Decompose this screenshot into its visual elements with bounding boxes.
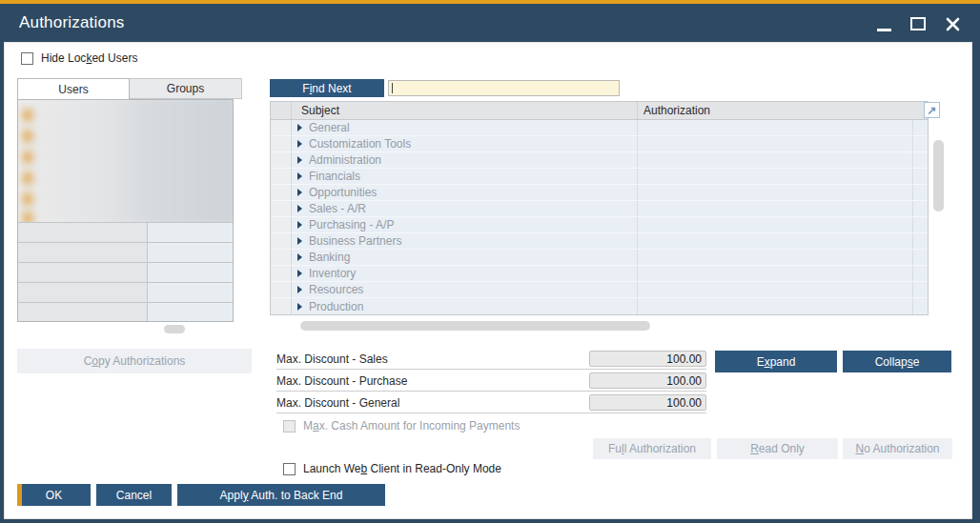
table-row-inventory[interactable]: Inventory xyxy=(271,266,928,282)
table-row-general[interactable]: General xyxy=(271,120,928,136)
authorization-cell[interactable] xyxy=(638,201,913,216)
table-row-business-partners[interactable]: Business Partners xyxy=(271,233,928,250)
expand-arrow-icon[interactable] xyxy=(297,303,302,311)
table-row-resources[interactable]: Resources xyxy=(271,282,928,298)
maximize-grid-button[interactable]: ↗ xyxy=(924,102,940,118)
table-row-sales-ar[interactable]: Sales - A/R xyxy=(271,201,928,217)
expand-arrow-icon[interactable] xyxy=(297,172,302,180)
expand-arrow-icon[interactable] xyxy=(297,270,302,277)
authorization-cell[interactable] xyxy=(638,250,913,265)
table-row-customization-tools[interactable]: Customization Tools xyxy=(271,136,928,152)
expand-arrow-icon[interactable] xyxy=(297,140,302,148)
tab-users[interactable]: Users xyxy=(17,78,130,99)
expand-arrow-icon[interactable] xyxy=(297,124,302,131)
maximize-button[interactable] xyxy=(908,13,929,34)
user-icon xyxy=(23,172,32,184)
row-selector[interactable] xyxy=(271,185,292,200)
user-list-row[interactable] xyxy=(18,243,233,263)
user-list-redacted xyxy=(18,100,233,223)
user-list-row[interactable] xyxy=(18,303,233,322)
max-discount-purchase-field[interactable]: 100.00 xyxy=(589,372,706,389)
table-header: Subject Authorization xyxy=(271,102,928,120)
authorization-cell[interactable] xyxy=(638,282,913,297)
table-row-banking[interactable]: Banking xyxy=(271,250,928,266)
table-row-opportunities[interactable]: Opportunities xyxy=(271,185,928,201)
max-discount-sales-field[interactable]: 100.00 xyxy=(589,351,706,367)
row-selector[interactable] xyxy=(271,250,292,265)
table-row-administration[interactable]: Administration xyxy=(271,152,928,169)
table-row-production[interactable]: Production xyxy=(271,298,928,314)
user-list-hscrollbar-thumb[interactable] xyxy=(164,325,185,333)
max-discount-sales-value: 100.00 xyxy=(666,352,702,366)
tab-groups[interactable]: Groups xyxy=(130,78,242,99)
hide-locked-users-checkbox[interactable] xyxy=(21,52,33,65)
apply-auth-back-end-button[interactable]: Apply Auth. to Back End xyxy=(177,484,385,506)
table-row-financials[interactable]: Financials xyxy=(271,169,928,185)
read-only-button[interactable]: Read Only xyxy=(717,438,838,459)
row-selector[interactable] xyxy=(271,233,292,249)
table-vscrollbar-thumb[interactable] xyxy=(933,140,944,211)
expand-arrow-icon[interactable] xyxy=(297,253,302,261)
user-cell xyxy=(148,303,233,322)
cancel-button[interactable]: Cancel xyxy=(96,484,172,506)
row-selector[interactable] xyxy=(271,169,292,184)
authorization-cell[interactable] xyxy=(638,233,913,249)
ok-button[interactable]: OK xyxy=(17,484,91,506)
expand-arrow-icon[interactable] xyxy=(297,189,302,196)
full-authorization-button[interactable]: Full Authorization xyxy=(593,438,711,459)
table-hscrollbar-thumb[interactable] xyxy=(300,321,650,331)
max-cash-checkbox-row: Max. Cash Amount for Incoming Payments xyxy=(283,419,520,432)
row-selector[interactable] xyxy=(271,120,292,135)
row-selector[interactable] xyxy=(271,201,292,216)
copy-authorizations-button[interactable]: Copy Authorizations xyxy=(17,349,252,373)
table-row-purchasing-ap[interactable]: Purchasing - A/P xyxy=(271,217,928,233)
expand-arrow-icon[interactable] xyxy=(297,221,302,229)
user-icon xyxy=(23,193,32,205)
authorization-cell[interactable] xyxy=(638,120,913,135)
authorization-cell[interactable] xyxy=(638,169,913,184)
row-selector[interactable] xyxy=(271,152,292,168)
search-input[interactable] xyxy=(388,80,620,96)
row-end-cell xyxy=(913,298,928,314)
find-next-button[interactable]: Find Next xyxy=(270,79,384,97)
authorization-cell[interactable] xyxy=(638,298,913,314)
expand-arrow-icon[interactable] xyxy=(297,205,302,212)
max-cash-label: Max. Cash Amount for Incoming Payments xyxy=(303,419,520,432)
user-list-row[interactable] xyxy=(18,223,233,243)
text-caret xyxy=(392,83,393,93)
row-label: Purchasing - A/P xyxy=(309,218,394,231)
row-selector[interactable] xyxy=(271,217,292,232)
column-header-authorization[interactable]: Authorization xyxy=(638,102,928,119)
max-cash-checkbox[interactable] xyxy=(283,420,296,432)
expand-label: Expand xyxy=(757,355,796,369)
user-list-row[interactable] xyxy=(18,283,233,303)
row-label: Resources xyxy=(309,283,363,296)
user-list-panel[interactable] xyxy=(17,99,234,322)
expand-arrow-icon[interactable] xyxy=(297,156,302,164)
row-selector[interactable] xyxy=(271,136,292,151)
max-discount-general-label: Max. Discount - General xyxy=(276,396,399,410)
authorization-cell[interactable] xyxy=(638,136,913,151)
user-cell xyxy=(148,263,233,282)
authorization-cell[interactable] xyxy=(638,266,913,281)
row-selector[interactable] xyxy=(271,298,292,314)
column-header-subject[interactable]: Subject xyxy=(292,102,638,119)
row-selector[interactable] xyxy=(271,282,292,297)
max-discount-general-field[interactable]: 100.00 xyxy=(589,394,706,411)
row-selector[interactable] xyxy=(271,266,292,281)
row-end-cell xyxy=(913,266,928,281)
no-authorization-button[interactable]: No Authorization xyxy=(843,438,952,459)
row-end-cell xyxy=(913,217,928,232)
authorization-cell[interactable] xyxy=(638,152,913,168)
authorization-cell[interactable] xyxy=(638,185,913,200)
authorization-cell[interactable] xyxy=(638,217,913,232)
expand-button[interactable]: Expand xyxy=(715,351,837,372)
minimize-button[interactable] xyxy=(873,13,894,34)
collapse-button[interactable]: Collapse xyxy=(843,351,951,372)
expand-arrow-icon[interactable] xyxy=(297,237,302,245)
close-button[interactable] xyxy=(942,13,963,34)
launch-web-client-checkbox[interactable] xyxy=(283,463,296,475)
expand-arrow-icon[interactable] xyxy=(297,286,302,293)
user-list-row[interactable] xyxy=(18,263,233,283)
row-end-cell xyxy=(913,250,928,265)
